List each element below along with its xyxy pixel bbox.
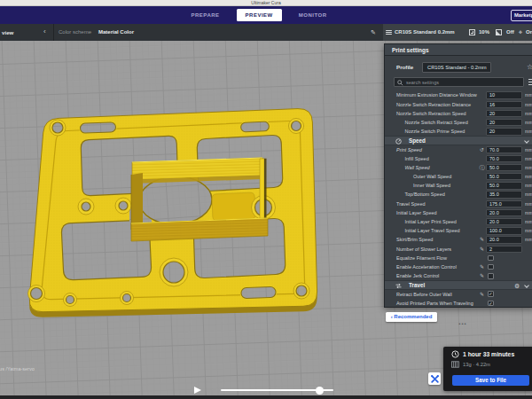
setting-row[interactable]: Nozzle Switch Retraction Distance16mm (385, 100, 532, 109)
search-settings-input[interactable]: search settings (394, 77, 524, 87)
setting-row[interactable]: Retract Before Outer Wall✎✓ (385, 290, 532, 299)
setting-value-input[interactable]: 50.0 (486, 173, 522, 180)
setting-label: Print Speed (396, 145, 422, 154)
setting-row[interactable]: Inner Wall Speed50.0mm/s (385, 181, 532, 190)
window-titlebar: Ultimaker Cura (0, 0, 532, 6)
info-icon[interactable]: ⓘ (478, 163, 486, 172)
summary-adhesion-value[interactable]: On (526, 24, 532, 41)
tab-prepare[interactable]: PREPARE (186, 10, 225, 20)
checkbox-checked[interactable]: ✓ (488, 291, 494, 297)
setting-value-input[interactable]: 175.0 (486, 200, 522, 207)
setting-value-input[interactable]: 70.0 (486, 146, 522, 153)
print-settings-panel: Print settings Profile CR10S Standard - … (384, 43, 532, 308)
settings-section-header[interactable]: Speed (385, 136, 532, 145)
print-settings-title: Print settings (392, 44, 429, 56)
star-icon[interactable]: ☆ (527, 61, 532, 73)
setting-row[interactable]: Skirt/Brim Speed✎20.0mm/s (385, 235, 532, 244)
chevron-left-icon[interactable]: ‹ (43, 24, 46, 40)
chevron-down-icon[interactable] (524, 138, 529, 144)
setting-row[interactable]: Number of Slower Layers✎2 (385, 245, 532, 254)
setting-row[interactable]: Initial Layer Travel Speed100.0mm/s (385, 226, 532, 235)
recommended-label: Recommended (394, 314, 432, 319)
setting-value-input[interactable]: 10 (486, 91, 522, 98)
chevron-left-icon: ‹ (391, 314, 393, 319)
setting-label: Skirt/Brim Speed (396, 235, 433, 244)
setting-value-input[interactable]: 50.0 (486, 182, 522, 189)
setting-label: Nozzle Switch Retraction Speed (396, 109, 466, 118)
material-estimate: 13g · 4.22m (463, 362, 490, 367)
recommended-button[interactable]: ‹ Recommended (386, 312, 437, 323)
setting-row[interactable]: Travel Speed175.0mm/s (385, 200, 532, 208)
edit-pencil-icon[interactable]: ✎ (371, 24, 376, 41)
profile-dropdown[interactable]: CR10S Standard - 0.2mm (422, 62, 491, 74)
tab-preview[interactable]: PREVIEW (237, 9, 282, 21)
filter-menu-icon[interactable] (528, 77, 532, 87)
setting-value-input[interactable]: 20 (486, 119, 522, 126)
setting-unit: mm/s (525, 118, 532, 127)
setting-row[interactable]: Nozzle Switch Retract Speed20mm/s (385, 118, 532, 127)
setting-unit: mm/s (525, 226, 532, 235)
setting-row[interactable]: Enable Acceleration Control✎ (385, 262, 532, 271)
adjust-tools-button[interactable] (428, 372, 441, 385)
reset-icon[interactable]: ↺ (478, 145, 486, 154)
panel-resize-handle[interactable]: ••• (452, 321, 473, 326)
pencil-icon[interactable]: ✎ (478, 271, 486, 280)
setting-label: Nozzle Switch Retraction Distance (396, 100, 471, 109)
setting-value-input[interactable]: 50.0 (486, 164, 522, 171)
model-3d[interactable] (28, 109, 317, 317)
pencil-icon[interactable]: ✎ (478, 235, 486, 244)
setting-value-input[interactable]: 20 (486, 110, 522, 117)
simulation-slider-handle[interactable] (316, 387, 324, 395)
settings-section-header[interactable]: Travel⚙ (385, 280, 532, 289)
play-button[interactable] (194, 387, 201, 394)
setting-value-input[interactable]: 16 (486, 101, 522, 108)
setting-value-input[interactable]: 100.0 (486, 227, 522, 234)
setting-value-input[interactable]: 2 (486, 246, 522, 253)
setting-value-input[interactable]: 20.0 (486, 218, 522, 225)
setting-row[interactable]: Initial Layer Speed20.0mm/s (385, 208, 532, 217)
chevron-down-icon[interactable] (524, 283, 529, 288)
tab-monitor[interactable]: MONITOR (293, 10, 332, 20)
setting-unit: mm/s (525, 217, 532, 226)
buildplate-watermark: onus /Yatma-servo (0, 366, 35, 372)
setting-label: Nozzle Switch Prime Speed (405, 127, 466, 136)
color-scheme-dropdown[interactable]: Material Color (98, 24, 134, 41)
checkbox-unchecked[interactable] (488, 264, 494, 270)
setting-row[interactable]: Wall Speedⓘ50.0mm/s (385, 163, 532, 172)
setting-row[interactable]: Equalize Filament Flow (385, 254, 532, 262)
setting-row[interactable]: Minimum Extrusion Distance Window10mm (385, 90, 532, 99)
setting-row[interactable]: Print Speed↺70.0mm/s (385, 145, 532, 154)
setting-label: Outer Wall Speed (413, 172, 451, 181)
setting-row[interactable]: Infill Speed70.0mm/s (385, 154, 532, 163)
setting-value-input[interactable]: 70.0 (486, 155, 522, 162)
summary-support-value[interactable]: Off (506, 24, 514, 41)
setting-row[interactable]: Nozzle Switch Prime Speed20mm/s (385, 127, 532, 136)
setting-row[interactable]: Nozzle Switch Retraction Speed20mm/s (385, 109, 532, 118)
setting-row[interactable]: Initial Layer Print Speed20.0mm/s (385, 217, 532, 226)
checkbox-checked[interactable]: ✓ (488, 301, 494, 307)
pencil-icon[interactable]: ✎ (478, 245, 486, 254)
save-to-file-button[interactable]: Save to File (452, 375, 529, 386)
setting-row[interactable]: Top/Bottom Speed35.0mm/s (385, 190, 532, 199)
setting-unit: mm/s (525, 154, 532, 163)
setting-unit: mm/s (525, 172, 532, 181)
search-placeholder: search settings (406, 78, 439, 87)
setting-row[interactable]: Avoid Printed Parts When Traveling✓ (385, 299, 532, 308)
summary-profile-value[interactable]: CR10S Standard 0.2mm (395, 24, 455, 41)
setting-value-input[interactable]: 20.0 (486, 209, 522, 216)
checkbox-unchecked[interactable] (488, 255, 494, 262)
setting-row[interactable]: Outer Wall Speed50.0mm/s (385, 172, 532, 181)
pencil-icon[interactable]: ✎ (478, 262, 486, 271)
setting-unit: mm/s (525, 163, 532, 172)
checkbox-unchecked[interactable] (488, 273, 494, 279)
setting-value-input[interactable]: 35.0 (486, 191, 522, 198)
setting-value-input[interactable]: 20 (486, 128, 522, 135)
summary-infill-value[interactable]: 10% (479, 24, 489, 41)
setting-row[interactable]: Enable Jerk Control✎ (385, 271, 532, 280)
setting-label: Equalize Filament Flow (396, 254, 447, 262)
setting-label: Initial Layer Speed (396, 208, 437, 217)
marketplace-button[interactable]: Marketplace (511, 10, 532, 21)
pencil-icon[interactable]: ✎ (478, 290, 486, 299)
setting-value-input[interactable]: 20.0 (486, 236, 522, 243)
view-mode-label[interactable]: view (2, 24, 13, 41)
